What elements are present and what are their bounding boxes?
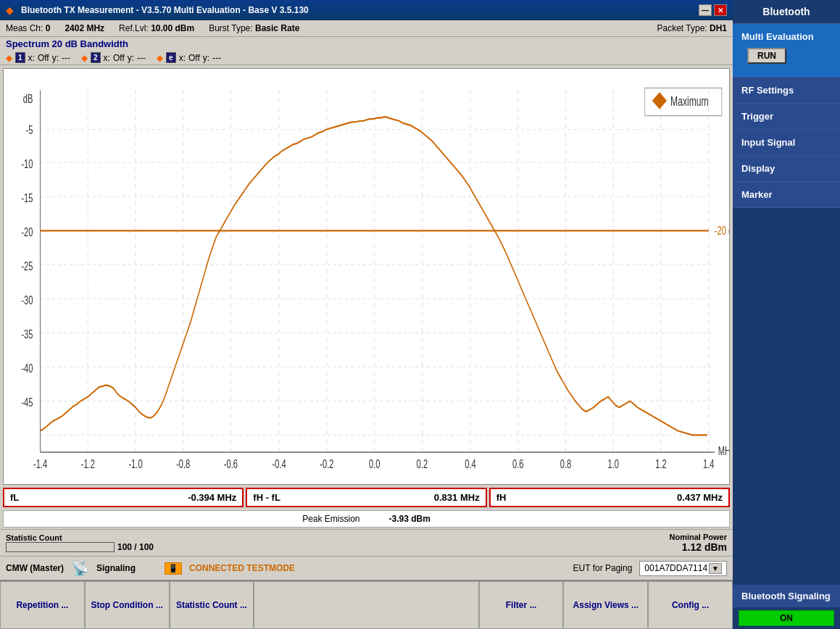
filter-button[interactable]: Filter ...	[479, 581, 564, 629]
meas-ch-value: 0	[46, 23, 51, 33]
stat-label: Statistic Count	[6, 533, 154, 542]
sidebar-item-marker[interactable]: Marker	[733, 182, 840, 208]
right-sidebar: Bluetooth Multi Evaluation RUN RF Settin…	[733, 0, 840, 629]
svg-text:0.8: 0.8	[560, 457, 572, 471]
nominal-value: 1.12 dBm	[670, 541, 727, 553]
marker-e-icon: e	[166, 52, 176, 63]
svg-text:-30: -30	[21, 293, 33, 307]
marker-row: ◆ 1 x: Off y: --- ◆ 2 x: Off y: --- ◆ e …	[0, 51, 733, 65]
svg-text:-40: -40	[21, 362, 33, 375]
meas-header: Meas Ch: 0 2402 MHz Ref.Lvl: 10.00 dBm B…	[0, 20, 733, 37]
statistic-count-group: Statistic Count 100 / 100	[6, 533, 154, 552]
app-icon: ◆	[6, 4, 14, 16]
sidebar-signaling-section: Bluetooth Signaling ON	[733, 585, 840, 629]
sidebar-spacer	[733, 208, 840, 585]
marker-e-x: Off	[188, 53, 200, 63]
eut-scroll-button[interactable]: ▼	[709, 563, 722, 574]
svg-text:-5: -5	[26, 122, 33, 136]
status-badge: 📱	[165, 562, 182, 575]
nominal-group: Nominal Power 1.12 dBm	[670, 533, 727, 553]
marker-e-y: ---	[212, 53, 221, 63]
sidebar-signaling-label[interactable]: Bluetooth Signaling	[733, 585, 840, 607]
sidebar-input-signal-label: Input Signal	[741, 137, 795, 148]
eut-value: 001A7DDA7114 ▼	[639, 561, 727, 576]
repetition-button[interactable]: Repetition ...	[0, 581, 85, 629]
bottom-toolbar: Repetition ... Stop Condition ... Statis…	[0, 580, 733, 629]
svg-rect-0	[4, 69, 729, 484]
result-fh: fH 0.437 MHz	[489, 488, 730, 507]
sidebar-display-label: Display	[741, 163, 775, 174]
burst-value: Basic Rate	[255, 23, 299, 33]
signaling-label: Signaling	[96, 563, 136, 573]
title-bar: ◆ Bluetooth TX Measurement - V3.5.70 Mul…	[0, 0, 733, 20]
fh-fl-label: fH - fL	[253, 492, 280, 503]
svg-text:-1.0: -1.0	[128, 457, 142, 471]
svg-text:-15: -15	[21, 191, 33, 205]
marker-2-y: ---	[137, 53, 146, 63]
packet-value: DH1	[710, 23, 727, 33]
fh-fl-value: 0.831 MHz	[434, 492, 480, 503]
svg-text:-1.4: -1.4	[33, 457, 47, 471]
toolbar-spacer	[254, 581, 478, 629]
peak-row: Peak Emission -3.93 dBm	[3, 510, 730, 528]
signaling-on-badge: ON	[739, 610, 834, 626]
sidebar-marker-label: Marker	[741, 189, 773, 200]
sidebar-trigger-label: Trigger	[741, 111, 773, 122]
svg-text:-0.2: -0.2	[320, 457, 333, 471]
assign-views-button[interactable]: Assign Views ...	[563, 581, 648, 629]
sidebar-item-rf-settings[interactable]: RF Settings	[733, 78, 840, 104]
master-label: CMW (Master)	[6, 563, 64, 573]
marker-2: ◆ 2 x: Off y: ---	[81, 52, 146, 63]
svg-text:-20: -20	[21, 225, 33, 239]
freq-value: 2402 MHz	[65, 23, 104, 33]
sidebar-item-trigger[interactable]: Trigger	[733, 104, 840, 130]
progress-bar-inner	[7, 543, 114, 551]
svg-text:-0.8: -0.8	[176, 457, 190, 471]
svg-text:-45: -45	[21, 396, 33, 409]
minimize-button[interactable]: —	[699, 4, 712, 16]
marker-2-icon: 2	[91, 52, 101, 63]
eut-address: 001A7DDA7114	[644, 563, 707, 573]
results-row: fL -0.394 MHz fH - fL 0.831 MHz fH 0.437…	[3, 488, 730, 507]
svg-text:0.2: 0.2	[417, 457, 428, 471]
statistic-count-button[interactable]: Statistic Count ...	[170, 581, 254, 629]
title-bar-buttons: — ✕	[699, 4, 727, 16]
svg-text:1.0: 1.0	[608, 457, 620, 471]
eut-label: EUT for Paging	[573, 563, 633, 573]
marker-1-icon: 1	[15, 52, 25, 63]
stats-row: Statistic Count 100 / 100 Nominal Power …	[0, 529, 733, 556]
peak-label: Peak Emission	[302, 514, 359, 524]
ref-lvl-value: 10.00 dBm	[151, 23, 194, 33]
chart-container: dB -5 -10 -15 -20 -25 -30 -35 -40 -45 -1…	[3, 68, 730, 485]
close-button[interactable]: ✕	[714, 4, 727, 16]
svg-text:Maximum: Maximum	[670, 94, 709, 109]
status-row: CMW (Master) 📡 Signaling 📱 CONNECTED TES…	[0, 556, 733, 580]
marker-2-x: Off	[113, 53, 125, 63]
config-button[interactable]: Config ...	[648, 581, 733, 629]
svg-text:dB: dB	[23, 92, 33, 106]
svg-text:-25: -25	[21, 259, 33, 273]
signaling-section-label: Bluetooth Signaling	[741, 591, 831, 601]
marker-e: ◆ e x: Off y: ---	[157, 52, 221, 63]
fl-value: -0.394 MHz	[188, 492, 236, 503]
svg-text:-35: -35	[21, 328, 33, 341]
stop-condition-button[interactable]: Stop Condition ...	[85, 581, 170, 629]
fh-label: fH	[496, 492, 507, 503]
run-button[interactable]: RUN	[747, 48, 786, 64]
fl-label: fL	[10, 492, 19, 503]
svg-text:0.6: 0.6	[512, 457, 524, 471]
antenna-icon: 📡	[71, 559, 89, 577]
svg-text:1.2: 1.2	[655, 457, 667, 471]
svg-text:-20 dB: -20 dB	[715, 224, 729, 238]
sidebar-item-display[interactable]: Display	[733, 156, 840, 182]
packet-type-group: Packet Type: DH1	[657, 23, 727, 33]
result-fh-fl: fH - fL 0.831 MHz	[246, 488, 486, 507]
marker-e-diamond: ◆	[157, 53, 163, 63]
fh-value: 0.437 MHz	[677, 492, 723, 503]
sidebar-item-input-signal[interactable]: Input Signal	[733, 130, 840, 156]
svg-text:-0.4: -0.4	[273, 457, 286, 471]
sidebar-multi-eval-label: Multi Evaluation	[741, 31, 814, 42]
ref-lvl-group: Ref.Lvl: 10.00 dBm	[119, 23, 194, 33]
sidebar-item-multi-evaluation[interactable]: Multi Evaluation RUN	[733, 24, 840, 78]
progress-bar-outer	[6, 542, 115, 552]
